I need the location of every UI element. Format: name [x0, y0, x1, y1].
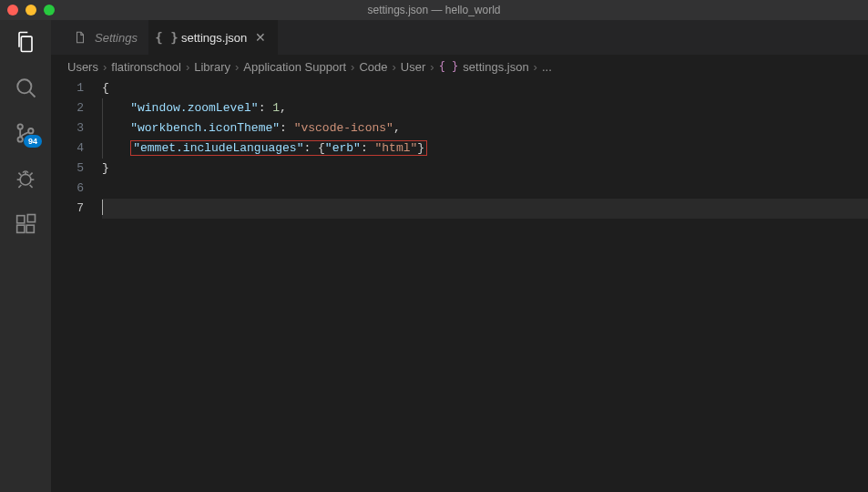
json-braces-icon: { }	[439, 60, 459, 73]
titlebar-title: settings.json — hello_world	[367, 4, 500, 16]
breadcrumb-seg[interactable]: Code	[359, 60, 387, 74]
breadcrumb-seg[interactable]: flatironschool	[111, 60, 181, 74]
chevron-right-icon: ›	[351, 60, 354, 74]
svg-line-1	[30, 92, 36, 97]
breadcrumb[interactable]: Users › flatironschool › Library › Appli…	[51, 55, 868, 78]
activity-bar: 94	[0, 20, 51, 492]
breadcrumb-seg[interactable]: Users	[67, 60, 98, 74]
breadcrumb-seg[interactable]: Application Support	[243, 60, 346, 74]
tab-settings-json[interactable]: { } settings.json ✕	[148, 20, 278, 55]
svg-rect-6	[17, 216, 25, 223]
highlighted-code: "emmet.includeLanguages": {"erb": "html"…	[130, 140, 427, 156]
svg-point-2	[17, 124, 22, 128]
window-controls	[7, 5, 55, 15]
line-gutter: 1 2 3 4 5 6 7	[51, 78, 102, 492]
svg-point-4	[28, 128, 33, 133]
debug-icon[interactable]	[13, 166, 38, 191]
svg-point-5	[20, 174, 31, 185]
scm-badge: 94	[24, 135, 42, 148]
chevron-right-icon: ›	[186, 60, 189, 74]
explorer-icon[interactable]	[13, 29, 38, 55]
breadcrumb-seg[interactable]: settings.json	[463, 60, 528, 74]
extensions-icon[interactable]	[13, 211, 38, 237]
tab-bar: Settings { } settings.json ✕	[51, 20, 868, 55]
tab-label: Settings	[95, 31, 138, 45]
minimize-window-icon[interactable]	[26, 5, 36, 15]
chevron-right-icon: ›	[393, 60, 396, 74]
file-icon	[73, 30, 87, 45]
breadcrumb-ellipsis[interactable]: ...	[542, 60, 552, 74]
breadcrumb-seg[interactable]: User	[401, 60, 425, 74]
svg-point-0	[17, 79, 31, 93]
chevron-right-icon: ›	[430, 60, 434, 74]
maximize-window-icon[interactable]	[44, 5, 55, 15]
close-icon[interactable]: ✕	[254, 30, 267, 45]
code-body[interactable]: { "window.zoomLevel": 1, "workbench.icon…	[102, 78, 868, 492]
titlebar: settings.json — hello_world	[0, 0, 868, 20]
chevron-right-icon: ›	[103, 60, 107, 74]
tab-settings[interactable]: Settings	[62, 20, 148, 55]
search-icon[interactable]	[13, 75, 38, 100]
tab-label: settings.json	[181, 31, 247, 45]
svg-point-3	[17, 137, 22, 141]
source-control-icon[interactable]: 94	[13, 120, 38, 146]
code-editor[interactable]: 1 2 3 4 5 6 7 { "window.zoomLevel": 1, "…	[51, 78, 868, 492]
chevron-right-icon: ›	[534, 60, 537, 74]
svg-rect-7	[17, 225, 25, 232]
svg-rect-8	[26, 225, 34, 232]
chevron-right-icon: ›	[235, 60, 239, 74]
json-braces-icon: { }	[159, 30, 174, 45]
close-window-icon[interactable]	[7, 5, 18, 15]
breadcrumb-seg[interactable]: Library	[194, 60, 230, 74]
svg-rect-9	[27, 215, 35, 222]
